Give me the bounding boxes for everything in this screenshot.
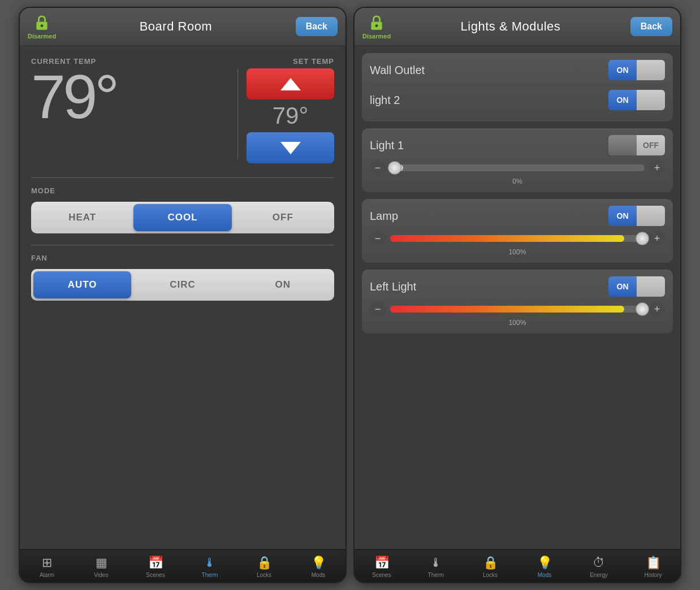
lights-nav-therm[interactable]: 🌡 Therm [409, 554, 463, 579]
nav-scenes[interactable]: 📅 Scenes [128, 554, 183, 579]
nav-mods[interactable]: 💡 Mods [291, 554, 345, 579]
left-light-row: Left Light ON [370, 276, 665, 297]
wall-outlet-row: Wall Outlet ON [370, 60, 665, 80]
wall-outlet-toggle[interactable]: ON [608, 60, 665, 80]
nav-locks-label: Locks [257, 572, 271, 578]
lamp-off-btn[interactable] [637, 206, 665, 226]
wall-outlet-off-btn[interactable] [637, 60, 665, 80]
lights-panel: Disarmed Lights & Modules Back Wall Outl… [353, 7, 681, 583]
left-light-slider-thumb [636, 302, 649, 316]
svg-point-3 [375, 24, 378, 27]
fan-toggle-group: AUTO CIRC ON [31, 269, 334, 301]
nav-locks[interactable]: 🔒 Locks [237, 554, 291, 579]
nav-alarm[interactable]: ⊞ Alarm [20, 554, 74, 579]
left-light-plus-btn[interactable]: + [649, 301, 665, 317]
mode-divider [31, 177, 334, 178]
lights-header: Disarmed Lights & Modules Back [355, 8, 680, 46]
left-light-pct: 100% [370, 319, 665, 327]
light2-toggle[interactable]: ON [608, 90, 665, 110]
left-light-on-btn[interactable]: ON [608, 276, 637, 297]
fan-divider [31, 245, 334, 245]
left-light-slider-track[interactable] [390, 306, 645, 313]
lights-nav-mods-label: Mods [538, 572, 551, 578]
left-light-off-btn[interactable] [637, 276, 665, 297]
light1-minus-btn[interactable]: − [370, 160, 386, 176]
lights-lock-icon [368, 14, 386, 32]
left-light-label: Left Light [370, 280, 416, 293]
lights-energy-icon: ⏱ [593, 556, 605, 570]
lights-nav-energy[interactable]: ⏱ Energy [572, 554, 626, 579]
thermostat-header: Disarmed Board Room Back [20, 8, 345, 46]
lock-icon [33, 14, 51, 32]
thermostat-panel: Disarmed Board Room Back CURRENT TEMP 79… [19, 7, 347, 583]
light1-toggle[interactable]: OFF [608, 135, 665, 155]
light2-off-btn[interactable] [637, 90, 665, 110]
left-light-minus-btn[interactable]: − [370, 301, 386, 317]
fan-on-button[interactable]: ON [234, 271, 332, 298]
lights-nav-history[interactable]: 📋 History [626, 554, 680, 579]
temp-divider [237, 68, 238, 159]
lights-nav-locks-label: Locks [483, 572, 498, 578]
nav-video[interactable]: ▦ Video [74, 554, 128, 579]
fan-auto-button[interactable]: AUTO [33, 271, 131, 298]
alarm-icon: ⊞ [42, 556, 52, 570]
light1-on-btn[interactable] [608, 135, 637, 155]
lamp-slider-thumb [636, 232, 649, 245]
lamp-minus-btn[interactable]: − [370, 231, 386, 246]
light2-on-btn[interactable]: ON [608, 90, 637, 110]
light1-plus-btn[interactable]: + [649, 160, 665, 176]
left-light-slider-row: − + [370, 301, 665, 317]
set-temp-value: 79° [273, 102, 309, 129]
wall-outlet-label: Wall Outlet [370, 64, 425, 77]
light1-pct: 0% [370, 177, 665, 185]
left-light-toggle[interactable]: ON [608, 276, 665, 297]
lights-nav-locks[interactable]: 🔒 Locks [463, 554, 517, 579]
lamp-pct: 100% [370, 248, 665, 256]
light1-off-btn[interactable]: OFF [637, 135, 665, 155]
mode-heat-button[interactable]: HEAT [33, 204, 131, 231]
current-temp-value: 79° [31, 66, 229, 128]
lamp-slider-row: − + [370, 231, 665, 246]
lamp-label: Lamp [370, 210, 398, 223]
nav-video-label: Video [94, 572, 108, 578]
lights-nav-energy-label: Energy [590, 572, 608, 578]
lights-mods-icon: 💡 [537, 556, 552, 570]
lamp-plus-btn[interactable]: + [649, 231, 665, 246]
mods-icon: 💡 [311, 556, 326, 570]
light1-slider-track[interactable] [390, 164, 645, 171]
lights-bottom-nav: 📅 Scenes 🌡 Therm 🔒 Locks 💡 Mods ⏱ Energy… [355, 549, 680, 582]
lights-locks-icon: 🔒 [483, 556, 498, 570]
lights-history-icon: 📋 [646, 556, 661, 570]
nav-therm[interactable]: 🌡 Therm [183, 554, 237, 579]
light1-row: Light 1 OFF [370, 135, 665, 155]
locks-icon: 🔒 [257, 556, 272, 570]
thermostat-content: CURRENT TEMP 79° SET TEMP 79° MODE [20, 46, 345, 549]
mode-label: MODE [31, 186, 334, 195]
light1-slider-thumb [388, 161, 401, 175]
temp-down-button[interactable] [247, 132, 334, 163]
temp-up-button[interactable] [247, 68, 334, 99]
lights-nav-mods[interactable]: 💡 Mods [517, 554, 572, 579]
wall-outlet-on-btn[interactable]: ON [608, 60, 637, 80]
lights-disarmed-label: Disarmed [362, 33, 391, 40]
set-temp-section: SET TEMP 79° [247, 57, 334, 163]
light2-row: light 2 ON [370, 90, 665, 110]
fan-circ-button[interactable]: CIRC [133, 271, 231, 298]
lights-back-button[interactable]: Back [630, 17, 672, 36]
lights-nav-therm-label: Therm [428, 572, 444, 578]
mode-off-button[interactable]: OFF [234, 204, 332, 231]
mode-cool-button[interactable]: COOL [133, 204, 231, 231]
arrow-up-icon [280, 78, 301, 90]
lamp-row: Lamp ON [370, 206, 665, 226]
lights-nav-scenes[interactable]: 📅 Scenes [355, 554, 409, 579]
lights-therm-icon: 🌡 [430, 556, 442, 570]
lamp-toggle[interactable]: ON [608, 206, 665, 226]
scenes-icon: 📅 [148, 556, 163, 570]
back-button[interactable]: Back [296, 17, 338, 36]
lamp-slider-fill [390, 235, 624, 242]
lamp-on-btn[interactable]: ON [608, 206, 637, 226]
lights-scenes-icon: 📅 [374, 556, 390, 570]
temperature-row: CURRENT TEMP 79° SET TEMP 79° [31, 57, 334, 163]
lamp-slider-track[interactable] [390, 235, 645, 242]
nav-alarm-label: Alarm [40, 572, 54, 578]
